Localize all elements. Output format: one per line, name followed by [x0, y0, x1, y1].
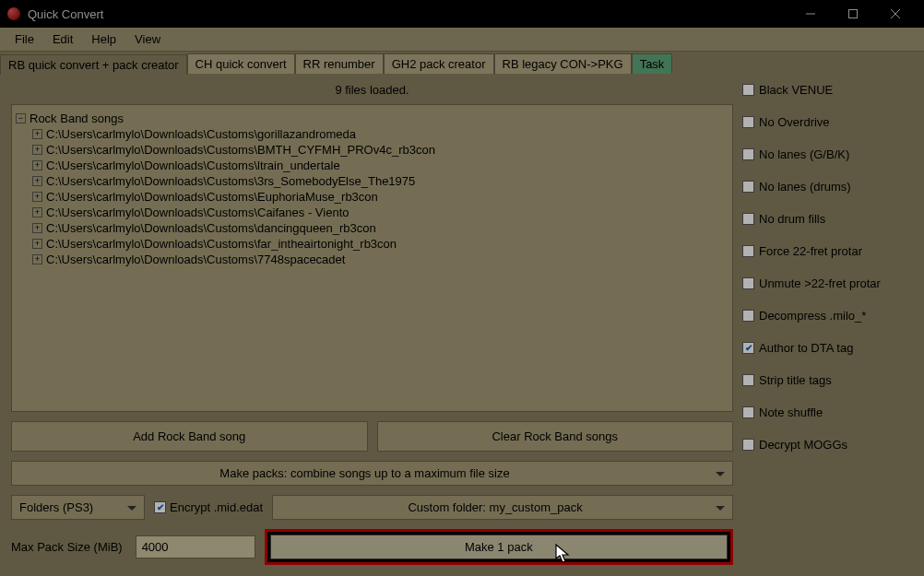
- maximize-button[interactable]: [832, 0, 874, 28]
- make-packs-combo[interactable]: Make packs: combine songs up to a maximu…: [11, 461, 733, 486]
- opt-no-lanes-gbk[interactable]: No lanes (G/B/K): [742, 147, 913, 161]
- tabbar: RB quick convert + pack creator CH quick…: [0, 52, 924, 74]
- titlebar: Quick Convert: [0, 0, 924, 28]
- minimize-button[interactable]: [789, 0, 832, 28]
- window-title: Quick Convert: [28, 7, 789, 21]
- opt-black-venue[interactable]: Black VENUE: [742, 83, 913, 97]
- expand-icon[interactable]: +: [32, 192, 42, 202]
- opt-force-22-fret[interactable]: Force 22-fret protar: [742, 244, 913, 258]
- tab-rb-quick-convert[interactable]: RB quick convert + pack creator: [0, 54, 187, 75]
- opt-note-shuffle[interactable]: Note shuffle: [742, 406, 913, 419]
- tree-item[interactable]: +C:\Users\carlmylo\Downloads\Customs\ltr…: [16, 158, 729, 173]
- checkbox-icon: [742, 277, 754, 289]
- folders-combo[interactable]: Folders (PS3): [11, 495, 145, 520]
- checkbox-icon: [742, 374, 754, 386]
- tree-item[interactable]: +C:\Users\carlmylo\Downloads\Customs\gor…: [16, 126, 729, 142]
- opt-unmute-22-fret[interactable]: Unmute >22-fret protar: [742, 276, 913, 290]
- encrypt-checkbox[interactable]: ✔ Encrypt .mid.edat: [154, 500, 263, 514]
- checkbox-icon: [742, 181, 754, 193]
- tree-item[interactable]: +C:\Users\carlmylo\Downloads\Customs\dan…: [16, 220, 729, 236]
- checkbox-icon: [742, 406, 754, 418]
- checkbox-icon: [742, 148, 754, 160]
- menubar: File Edit Help View: [0, 28, 924, 52]
- max-pack-size-label: Max Pack Size (MiB): [11, 540, 126, 554]
- tree-item[interactable]: +C:\Users\carlmylo\Downloads\Customs\Eup…: [16, 189, 729, 205]
- tab-rr-renumber[interactable]: RR renumber: [295, 53, 384, 74]
- checkbox-icon: [742, 310, 754, 322]
- tree-root-label: Rock Band songs: [30, 112, 124, 125]
- opt-strip-title[interactable]: Strip title tags: [742, 373, 913, 387]
- app-icon: [7, 7, 20, 20]
- tab-gh2-pack-creator[interactable]: GH2 pack creator: [384, 53, 494, 74]
- max-pack-size-input[interactable]: 4000: [136, 535, 255, 558]
- expand-icon[interactable]: +: [32, 239, 42, 249]
- tree-root[interactable]: − Rock Band songs: [16, 111, 729, 126]
- opt-no-overdrive[interactable]: No Overdrive: [742, 115, 913, 129]
- make-pack-highlight: Make 1 pack: [265, 529, 733, 565]
- svg-rect-1: [849, 10, 858, 18]
- checkbox-icon: [742, 245, 754, 257]
- tree-item[interactable]: +C:\Users\carlmylo\Downloads\Customs\BMT…: [16, 142, 729, 158]
- checkbox-icon: [742, 116, 754, 128]
- custom-folder-combo[interactable]: Custom folder: my_custom_pack: [272, 495, 733, 520]
- tab-ch-quick-convert[interactable]: CH quick convert: [187, 53, 295, 74]
- add-song-button[interactable]: Add Rock Band song: [11, 421, 368, 452]
- menu-view[interactable]: View: [125, 29, 170, 49]
- menu-edit[interactable]: Edit: [43, 29, 82, 49]
- expand-icon[interactable]: +: [32, 254, 42, 264]
- clear-songs-button[interactable]: Clear Rock Band songs: [377, 421, 734, 452]
- checkbox-icon: [742, 439, 754, 451]
- tab-task[interactable]: Task: [632, 53, 673, 74]
- expand-icon[interactable]: +: [32, 145, 42, 155]
- expand-icon[interactable]: +: [32, 160, 42, 170]
- expand-icon[interactable]: +: [32, 176, 42, 186]
- checkbox-icon: [742, 84, 754, 96]
- tab-rb-legacy-con-pkg[interactable]: RB legacy CON->PKG: [494, 53, 632, 74]
- expand-icon[interactable]: +: [32, 129, 42, 139]
- expand-icon[interactable]: +: [32, 207, 42, 217]
- checkbox-icon: [742, 213, 754, 225]
- menu-help[interactable]: Help: [82, 29, 125, 49]
- collapse-icon[interactable]: −: [16, 113, 26, 123]
- opt-decompress-milo[interactable]: Decompress .milo_*: [742, 309, 913, 323]
- opt-no-lanes-drums[interactable]: No lanes (drums): [742, 180, 913, 194]
- checkbox-icon: ✔: [154, 501, 166, 513]
- cursor-icon: [555, 544, 572, 567]
- opt-no-drum-fills[interactable]: No drum fills: [742, 212, 913, 226]
- tree-item[interactable]: +C:\Users\carlmylo\Downloads\Customs\3rs…: [16, 173, 729, 189]
- song-tree[interactable]: − Rock Band songs +C:\Users\carlmylo\Dow…: [11, 104, 733, 412]
- tree-item[interactable]: +C:\Users\carlmylo\Downloads\Customs\Cai…: [16, 205, 729, 220]
- menu-file[interactable]: File: [6, 29, 43, 49]
- tree-item[interactable]: +C:\Users\carlmylo\Downloads\Customs\774…: [16, 252, 729, 267]
- close-button[interactable]: [874, 0, 917, 28]
- tree-item[interactable]: +C:\Users\carlmylo\Downloads\Customs\far…: [16, 236, 729, 252]
- expand-icon[interactable]: +: [32, 223, 42, 233]
- make-pack-button[interactable]: Make 1 pack: [270, 535, 728, 559]
- opt-author-dta[interactable]: ✔Author to DTA tag: [742, 341, 913, 355]
- opt-decrypt-moggs[interactable]: Decrypt MOGGs: [742, 438, 913, 452]
- checkbox-icon: ✔: [742, 342, 754, 354]
- status-text: 9 files loaded.: [11, 79, 733, 104]
